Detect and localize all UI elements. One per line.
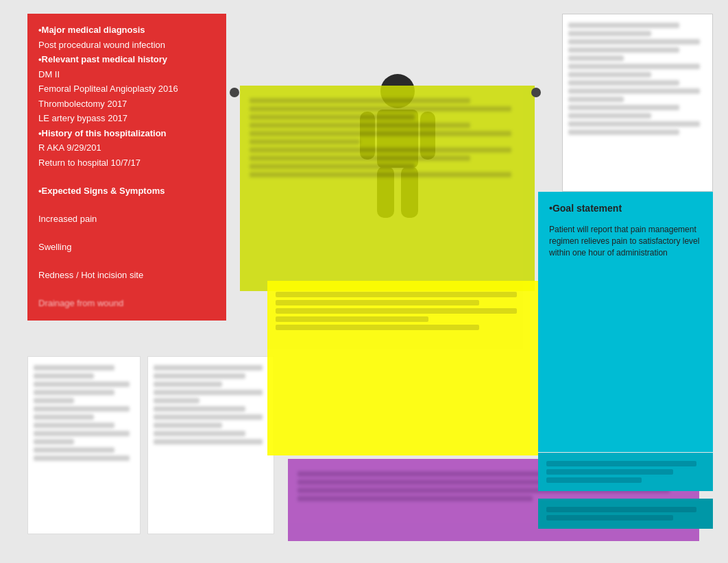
header-hospitalization: •History of this hospitalization	[38, 127, 215, 140]
history-3: Thrombolectomy 2017	[38, 97, 215, 111]
goal-header: •Goal statement	[549, 201, 702, 216]
goal-text: Patient will report that pain management…	[549, 224, 702, 258]
cyan-card: •Goal statement Patient will report that…	[538, 192, 713, 452]
sign-3: Redness / Hot incision site	[38, 268, 215, 282]
yellow-green-card	[240, 86, 535, 291]
main-canvas: •Major medical diagnosis Post procedural…	[21, 7, 707, 556]
white-card-top-right	[562, 14, 713, 192]
history-1: DM II	[38, 68, 215, 82]
history-4: LE artery bypass 2017	[38, 112, 215, 125]
tack-right	[531, 88, 541, 97]
yellow-green-content	[250, 98, 525, 177]
cyan-footer-1	[538, 453, 713, 491]
header-history: •Relevant past medical history	[38, 53, 215, 66]
cyan-footer-2	[538, 499, 713, 529]
hosp-1: R AKA 9/29/201	[38, 141, 215, 155]
tack-left	[230, 88, 239, 97]
yellow-card	[267, 281, 538, 455]
header-signs: •Expected Signs & Symptoms	[38, 184, 215, 198]
red-card: •Major medical diagnosis Post procedural…	[27, 14, 226, 321]
header-diagnosis: •Major medical diagnosis	[38, 23, 215, 37]
history-2: Femoral Popliteal Angioplasty 2016	[38, 82, 215, 96]
diagnosis: Post procedural wound infection	[38, 38, 215, 52]
sign-4: Drainage from wound	[38, 297, 215, 310]
sign-1: Increased pain	[38, 212, 215, 226]
blc2-content	[154, 365, 268, 445]
blc1-content	[34, 365, 134, 461]
yellow-card-content	[267, 281, 538, 341]
bottom-left-card-1	[27, 356, 141, 534]
sign-2: Swelling	[38, 240, 215, 254]
white-card-content	[568, 23, 707, 135]
hosp-2: Return to hospital 10/7/17	[38, 156, 215, 170]
bottom-left-card-2	[147, 356, 274, 534]
